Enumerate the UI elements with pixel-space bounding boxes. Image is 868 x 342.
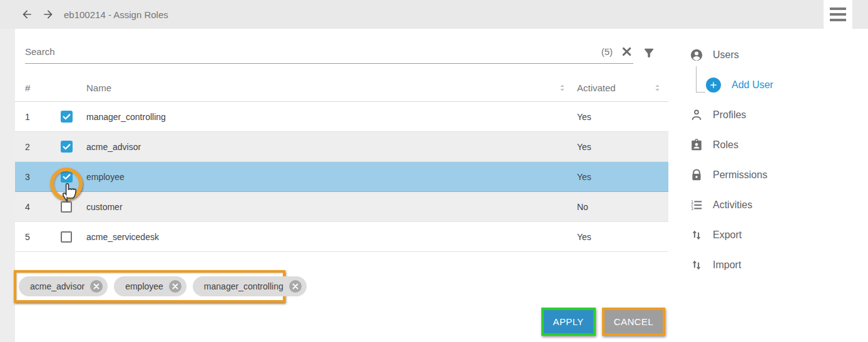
hamburger-bar	[830, 19, 846, 21]
result-count: (5)	[601, 46, 613, 57]
import-export-icon	[690, 228, 703, 242]
sidebar-item-label: Activities	[713, 199, 752, 211]
activated-value: No	[577, 202, 652, 212]
cancel-annotation-box: CANCEL	[602, 308, 665, 336]
role-chip: manager_controlling	[193, 276, 307, 296]
tree-connector	[696, 66, 705, 93]
sort-icon[interactable]	[652, 83, 668, 93]
page-title: eb100214 - Assign Roles	[64, 9, 168, 20]
cancel-button[interactable]: CANCEL	[605, 310, 663, 333]
table-row[interactable]: 4 customer No	[15, 192, 668, 222]
add-circle-icon	[706, 78, 721, 93]
role-name: manager_controlling	[86, 112, 557, 122]
table-row[interactable]: 1 manager_controlling Yes	[15, 102, 668, 132]
sidebar-item-add-user[interactable]: Add User	[690, 70, 852, 100]
table-row-selected[interactable]: 3 employee Yes	[15, 162, 668, 192]
table-row[interactable]: 2 acme_advisor Yes	[15, 132, 668, 162]
sidebar-item-export[interactable]: Export	[690, 220, 852, 250]
sidebar-item-activities[interactable]: 1 2 3 Activities	[690, 190, 852, 220]
filter-icon[interactable]	[642, 46, 656, 60]
chip-label: acme_advisor	[30, 281, 84, 291]
row-index: 3	[25, 172, 61, 182]
sidebar-item-label: Permissions	[713, 169, 767, 181]
role-chip: employee	[114, 276, 186, 296]
account-circle-icon	[690, 48, 703, 62]
row-checkbox[interactable]	[61, 201, 72, 213]
header-index: #	[25, 83, 61, 93]
badge-icon	[690, 138, 703, 152]
activated-value: Yes	[577, 112, 652, 122]
hamburger-icon[interactable]	[824, 0, 852, 29]
table-header: # Name Activated	[15, 74, 668, 102]
forward-icon[interactable]	[40, 6, 56, 23]
action-buttons: APPLY CANCEL	[541, 308, 666, 336]
search-input[interactable]	[25, 46, 601, 57]
apply-button[interactable]: APPLY	[544, 310, 593, 333]
clear-icon[interactable]	[620, 45, 633, 58]
role-name: customer	[86, 202, 557, 212]
chip-remove-icon[interactable]	[90, 280, 103, 293]
row-index: 2	[25, 142, 61, 152]
apply-annotation-box: APPLY	[541, 308, 596, 336]
role-name: acme_servicedesk	[86, 232, 557, 242]
sort-icon[interactable]	[557, 83, 577, 93]
activated-value: Yes	[577, 232, 652, 242]
search-field: (5)	[25, 43, 633, 64]
sidebar-item-label: Import	[713, 259, 741, 271]
assign-roles-panel: (5) # Name Activated 1	[15, 29, 668, 342]
role-name: acme_advisor	[86, 142, 557, 152]
sidebar-item-label: Export	[713, 229, 742, 241]
person-outline-icon	[690, 108, 703, 122]
sidebar-item-label: Roles	[713, 139, 738, 151]
header-activated: Activated	[577, 83, 652, 93]
sidebar: Users Add User Profiles Roles	[690, 40, 852, 280]
row-checkbox[interactable]	[61, 231, 72, 243]
import-export-icon	[690, 258, 703, 272]
row-index: 4	[25, 202, 61, 212]
row-checkbox[interactable]	[61, 111, 73, 123]
numbered-list-icon: 1 2 3	[690, 198, 703, 212]
hamburger-bar	[830, 8, 846, 10]
sidebar-item-roles[interactable]: Roles	[690, 130, 852, 160]
sidebar-item-label: Add User	[730, 79, 774, 91]
table-row[interactable]: 5 acme_servicedesk Yes	[15, 222, 668, 252]
header-name: Name	[86, 83, 557, 93]
sidebar-item-users[interactable]: Users	[690, 40, 852, 70]
search-bar: (5)	[25, 43, 656, 64]
row-index: 1	[25, 112, 61, 122]
roles-table: # Name Activated 1 manager_controlling Y…	[15, 74, 668, 252]
chip-remove-icon[interactable]	[289, 280, 302, 293]
sidebar-item-label: Users	[713, 49, 739, 61]
sidebar-item-label: Profiles	[713, 109, 746, 121]
left-gutter	[0, 29, 15, 342]
sidebar-item-import[interactable]: Import	[690, 250, 852, 280]
sidebar-item-permissions[interactable]: Permissions	[690, 160, 852, 190]
selected-roles-annotation-box: acme_advisor employee manager_controllin…	[14, 270, 285, 303]
row-index: 5	[25, 232, 61, 242]
back-icon[interactable]	[19, 6, 35, 23]
activated-value: Yes	[577, 142, 652, 152]
activated-value: Yes	[577, 172, 652, 182]
chip-label: employee	[125, 281, 163, 291]
sidebar-item-profiles[interactable]: Profiles	[690, 100, 852, 130]
hamburger-bar	[830, 13, 846, 16]
row-checkbox[interactable]	[61, 141, 73, 153]
role-name: employee	[86, 172, 557, 182]
row-checkbox[interactable]	[61, 171, 73, 183]
top-bar: eb100214 - Assign Roles	[0, 0, 868, 29]
role-chip: acme_advisor	[19, 276, 108, 296]
svg-text:3: 3	[691, 206, 693, 211]
chip-remove-icon[interactable]	[169, 280, 181, 293]
lock-icon	[690, 168, 703, 182]
chip-label: manager_controlling	[204, 281, 283, 291]
